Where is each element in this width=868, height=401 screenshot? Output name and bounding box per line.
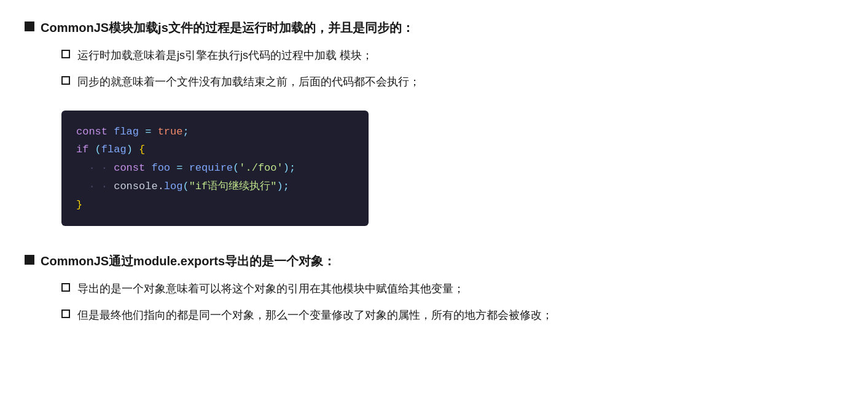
fn-log: log bbox=[164, 181, 183, 192]
indent-dots-2: · · bbox=[76, 181, 114, 192]
section2-heading: CommonJS通过module.exports导出的是一个对象： bbox=[25, 252, 843, 270]
sub-item-2-1: 导出的是一个对象意味着可以将这个对象的引用在其他模块中赋值给其他变量； bbox=[61, 280, 843, 298]
indent-dots-1: · · bbox=[76, 162, 114, 174]
code-line-1: const flag = true; bbox=[76, 123, 354, 141]
punc-rparen: ) bbox=[127, 144, 133, 155]
section1-sub-items: 运行时加载意味着是js引擎在执行js代码的过程中加载 模块； 同步的就意味着一个… bbox=[25, 47, 843, 91]
bullet-empty-icon-1-2 bbox=[61, 76, 70, 85]
brace-open: { bbox=[139, 144, 145, 155]
punc-log-rparen: ); bbox=[276, 181, 289, 192]
punc-semi-1: ; bbox=[182, 126, 189, 138]
code-line-3: · · const foo = require('./foo'); bbox=[76, 159, 354, 177]
punc-log-lparen: ( bbox=[182, 181, 189, 192]
section-commonjs-loading: CommonJS模块加载js文件的过程是运行时加载的，并且是同步的： 运行时加载… bbox=[25, 18, 843, 237]
section2-heading-text: CommonJS通过module.exports导出的是一个对象： bbox=[41, 252, 335, 270]
code-line-2: if (flag) { bbox=[76, 141, 354, 159]
code-line-4: · · console.log("if语句继续执行"); bbox=[76, 177, 354, 196]
op-equals-2: = bbox=[176, 162, 182, 174]
code-line-5: } bbox=[76, 196, 354, 214]
content-wrapper: CommonJS模块加载js文件的过程是运行时加载的，并且是同步的： 运行时加载… bbox=[25, 18, 843, 324]
bullet-empty-icon-2-2 bbox=[61, 310, 70, 318]
section-commonjs-exports: CommonJS通过module.exports导出的是一个对象： 导出的是一个… bbox=[25, 252, 843, 324]
dot-sep: . bbox=[158, 181, 164, 192]
bullet-empty-icon-1-1 bbox=[61, 50, 70, 58]
bullet-square-icon bbox=[25, 21, 34, 31]
var-flag: flag bbox=[114, 126, 139, 138]
kw-const-1: const bbox=[76, 126, 108, 138]
sub-item-1-2-text: 同步的就意味着一个文件没有加载结束之前，后面的代码都不会执行； bbox=[77, 73, 420, 91]
var-foo: foo bbox=[151, 162, 170, 174]
str-foo-path: './foo' bbox=[239, 162, 283, 174]
sub-item-2-1-text: 导出的是一个对象意味着可以将这个对象的引用在其他模块中赋值给其他变量； bbox=[77, 280, 464, 298]
val-true: true bbox=[158, 126, 183, 138]
sub-item-2-2: 但是最终他们指向的都是同一个对象，那么一个变量修改了对象的属性，所有的地方都会被… bbox=[61, 306, 843, 324]
sub-item-2-2-text: 但是最终他们指向的都是同一个对象，那么一个变量修改了对象的属性，所有的地方都会被… bbox=[77, 306, 553, 324]
kw-const-2: const bbox=[114, 162, 145, 174]
op-equals-1: = bbox=[145, 126, 151, 138]
bullet-square-icon-2 bbox=[25, 255, 34, 265]
section1-heading: CommonJS模块加载js文件的过程是运行时加载的，并且是同步的： bbox=[25, 18, 843, 37]
sub-item-1-2: 同步的就意味着一个文件没有加载结束之前，后面的代码都不会执行； bbox=[61, 73, 843, 91]
punc-req-lparen: ( bbox=[233, 162, 239, 174]
section1-heading-text: CommonJS模块加载js文件的过程是运行时加载的，并且是同步的： bbox=[41, 18, 414, 37]
fn-require: require bbox=[189, 162, 233, 174]
brace-close: } bbox=[76, 199, 82, 211]
console-obj: console bbox=[114, 181, 157, 192]
punc-lparen: ( bbox=[95, 144, 101, 155]
bullet-empty-icon-2-1 bbox=[61, 283, 70, 292]
section2-sub-items: 导出的是一个对象意味着可以将这个对象的引用在其他模块中赋值给其他变量； 但是最终… bbox=[25, 280, 843, 324]
sub-item-1-1: 运行时加载意味着是js引擎在执行js代码的过程中加载 模块； bbox=[61, 47, 843, 64]
var-flag-2: flag bbox=[101, 144, 127, 155]
kw-if: if bbox=[76, 144, 88, 155]
punc-req-rparen: ); bbox=[283, 162, 295, 174]
sub-item-1-1-text: 运行时加载意味着是js引擎在执行js代码的过程中加载 模块； bbox=[77, 47, 373, 64]
code-block: const flag = true; if (flag) { · · const… bbox=[61, 111, 369, 227]
str-log-msg: "if语句继续执行" bbox=[189, 181, 277, 192]
